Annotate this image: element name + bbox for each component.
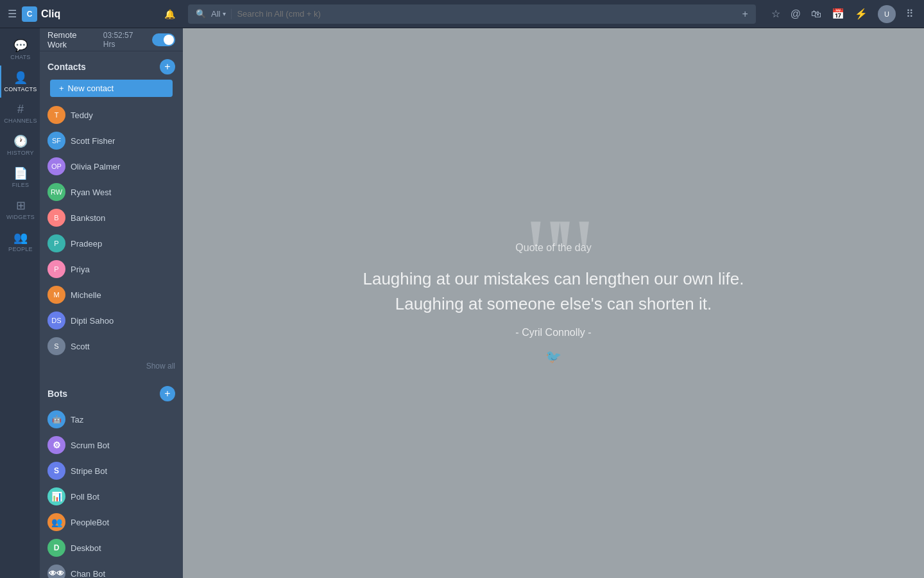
bot-name: Stripe Bot	[71, 466, 107, 476]
mention-icon[interactable]: @	[791, 8, 801, 20]
sidebar-item-channels[interactable]: # CHANNELS	[0, 98, 40, 129]
bot-item[interactable]: ⚙ Scrum Bot	[40, 432, 183, 458]
contact-item[interactable]: SF Scott Fisher	[40, 128, 183, 153]
bot-item[interactable]: 📊 Poll Bot	[40, 484, 183, 509]
sidebar-icons: 💬 CHATS 👤 CONTACTS # CHANNELS 🕐 HISTORY …	[0, 28, 40, 578]
contact-item[interactable]: DS Dipti Sahoo	[40, 308, 183, 333]
new-contact-wrapper: + New contact	[45, 80, 178, 97]
store-icon[interactable]: 🛍	[811, 8, 821, 20]
contact-name: Olivia Palmer	[71, 162, 120, 171]
sidebar-item-people[interactable]: 👥 PEOPLE	[0, 225, 40, 258]
contacts-section-title: Contacts	[47, 62, 86, 72]
contacts-panel: Contacts + + New contact T Teddy SF Scot…	[40, 51, 183, 578]
twitter-share-icon[interactable]: 🐦	[363, 349, 744, 364]
contact-name: Pradeep	[71, 239, 102, 249]
bots-section: Bots + 🤖 Taz ⚙ Scrum Bot S Stripe Bot 📊 …	[40, 376, 183, 578]
contacts-section-header: Contacts +	[40, 51, 183, 80]
quote-author: - Cyril Connolly -	[363, 327, 744, 338]
contact-item[interactable]: OP Olivia Palmer	[40, 153, 183, 179]
bot-item[interactable]: 👁👁 Chan Bot	[40, 561, 183, 578]
contact-name: Bankston	[71, 213, 105, 223]
quote-container: "" Quote of the day Laughing at our mist…	[337, 216, 769, 390]
search-add-icon[interactable]: +	[742, 8, 748, 20]
grid-icon[interactable]: ⠿	[906, 8, 914, 20]
contact-avatar: M	[47, 286, 65, 304]
bot-avatar: 👥	[47, 513, 65, 531]
files-label: FILES	[12, 182, 30, 188]
search-input[interactable]	[237, 9, 734, 19]
search-divider	[231, 9, 232, 19]
bot-avatar: 👁👁	[47, 565, 65, 578]
history-label: HISTORY	[7, 150, 34, 156]
contacts-add-button[interactable]: +	[160, 59, 175, 74]
channels-icon: #	[17, 103, 24, 116]
bot-item[interactable]: 👥 PeopleBot	[40, 509, 183, 535]
contact-avatar: P	[47, 260, 65, 278]
chats-label: CHATS	[10, 54, 30, 60]
contact-item[interactable]: T Teddy	[40, 102, 183, 128]
user-avatar[interactable]: U	[878, 5, 896, 23]
contact-item[interactable]: RW Ryan West	[40, 179, 183, 205]
contact-item[interactable]: S Scott	[40, 333, 183, 359]
contact-item[interactable]: P Priya	[40, 256, 183, 282]
contact-avatar: B	[47, 209, 65, 227]
chevron-down-icon: ▾	[223, 10, 226, 17]
bot-avatar: ⚙	[47, 436, 65, 454]
chats-icon: 💬	[13, 39, 28, 53]
new-contact-label: New contact	[68, 83, 114, 93]
sidebar-item-history[interactable]: 🕐 HISTORY	[0, 129, 40, 161]
sidebar-item-contacts[interactable]: 👤 CONTACTS	[0, 66, 40, 98]
bots-add-button[interactable]: +	[160, 386, 175, 401]
quote-text: Laughing at our mistakes can lengthen ou…	[363, 267, 744, 317]
app-logo-icon: C	[22, 6, 37, 22]
contact-item[interactable]: P Pradeep	[40, 231, 183, 256]
contact-avatar: DS	[47, 311, 65, 329]
bot-name: Poll Bot	[71, 492, 99, 502]
calendar-icon[interactable]: 📅	[832, 8, 844, 20]
speaker-icon[interactable]: 🔔	[164, 9, 175, 19]
top-bar-left: ☰ C Cliq 🔔	[0, 6, 183, 22]
contact-avatar: T	[47, 106, 65, 124]
bot-item[interactable]: D Deskbot	[40, 535, 183, 561]
contact-name: Scott Fisher	[71, 136, 115, 146]
top-bar: ☰ C Cliq 🔔 🔍 All ▾ + ☆ @ 🛍 📅 ⚡ U ⠿	[0, 0, 924, 28]
sidebar-item-chats[interactable]: 💬 CHATS	[0, 33, 40, 66]
show-all-link[interactable]: Show all	[40, 359, 183, 376]
remote-work-toggle[interactable]	[152, 33, 175, 46]
bot-avatar: D	[47, 539, 65, 557]
hamburger-icon[interactable]: ☰	[8, 8, 17, 20]
quote-label: Quote of the day	[363, 242, 744, 254]
contact-name: Ryan West	[71, 188, 111, 197]
sidebar-item-files[interactable]: 📄 FILES	[0, 161, 40, 193]
contact-item[interactable]: B Bankston	[40, 205, 183, 231]
bot-item[interactable]: 🤖 Taz	[40, 407, 183, 432]
widgets-icon: ⊞	[16, 198, 26, 213]
contact-avatar: SF	[47, 132, 65, 150]
bot-name: Scrum Bot	[71, 441, 110, 450]
contact-list: T Teddy SF Scott Fisher OP Olivia Palmer…	[40, 102, 183, 359]
contact-item[interactable]: M Michelle	[40, 282, 183, 308]
search-filter-select[interactable]: All ▾	[211, 9, 226, 19]
contact-name: Teddy	[71, 110, 93, 120]
search-bar: 🔍 All ▾ +	[188, 4, 756, 24]
top-bar-right: ☆ @ 🛍 📅 ⚡ U ⠿	[761, 5, 924, 23]
app-name: Cliq	[41, 8, 60, 20]
bot-item[interactable]: S Stripe Bot	[40, 458, 183, 484]
avatar-initials: U	[884, 10, 889, 18]
bot-avatar: 📊	[47, 487, 65, 505]
contact-avatar: S	[47, 337, 65, 355]
search-icon: 🔍	[196, 9, 206, 19]
contacts-label: CONTACTS	[4, 86, 37, 92]
bot-avatar: 🤖	[47, 410, 65, 428]
bot-name: Taz	[71, 415, 83, 425]
search-filter-label: All	[211, 9, 220, 19]
main-content: "" Quote of the day Laughing at our mist…	[183, 28, 924, 578]
sidebar-item-widgets[interactable]: ⊞ WIDGETS	[0, 193, 40, 225]
remote-work-bar: Remote Work 03:52:57 Hrs	[40, 28, 183, 51]
app-logo: C Cliq	[22, 6, 60, 22]
new-contact-button[interactable]: + New contact	[50, 80, 173, 97]
zap-icon[interactable]: ⚡	[855, 8, 868, 20]
bots-section-header: Bots +	[40, 378, 183, 407]
star-icon[interactable]: ☆	[771, 8, 780, 20]
contact-name: Dipti Sahoo	[71, 316, 114, 326]
